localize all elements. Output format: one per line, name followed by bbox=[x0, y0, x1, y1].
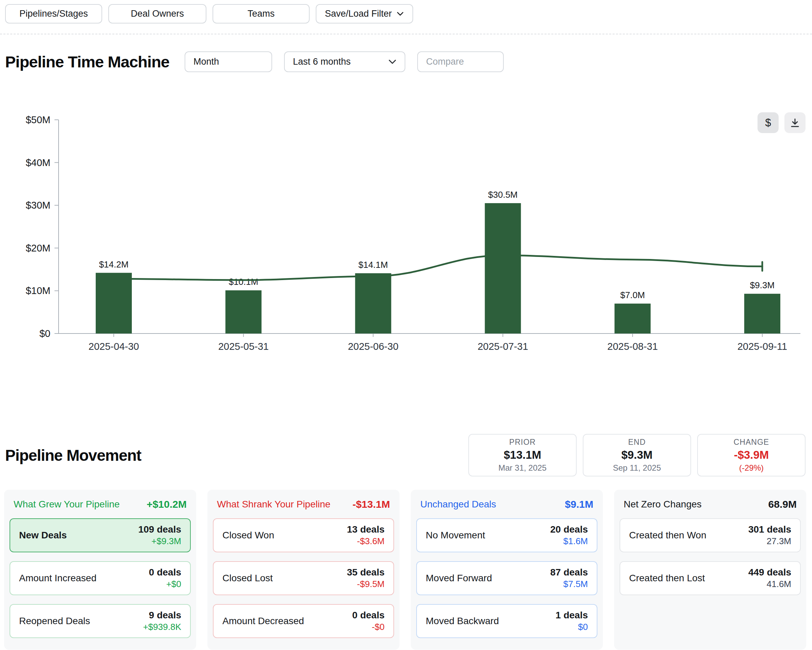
card-amount: +$9.3M bbox=[151, 536, 181, 546]
deal-owners-button[interactable]: Deal Owners bbox=[108, 4, 206, 23]
bar-2025-04-30[interactable] bbox=[96, 273, 132, 333]
summary-subtext: (-29%) bbox=[739, 463, 764, 473]
column-total: 68.9M bbox=[768, 499, 797, 510]
y-axis-label: $30M bbox=[26, 200, 50, 211]
card-label: Amount Increased bbox=[19, 573, 96, 584]
download-icon bbox=[790, 118, 800, 128]
summary-card-end: END $9.3M Sep 11, 2025 bbox=[583, 434, 691, 476]
x-axis-label: 2025-07-31 bbox=[478, 341, 528, 352]
x-axis-label: 2025-06-30 bbox=[348, 341, 398, 352]
y-axis-label: $0 bbox=[40, 328, 50, 339]
card-deal-count: 1 deals bbox=[556, 610, 588, 621]
summary-cards: PRIOR $13.1M Mar 31, 2025 END $9.3M Sep … bbox=[468, 434, 806, 476]
bar-2025-07-31[interactable] bbox=[485, 203, 521, 333]
y-axis-label: $10M bbox=[26, 285, 50, 296]
card-values: 301 deals27.3M bbox=[748, 524, 791, 546]
dashed-divider bbox=[0, 34, 812, 34]
card-label: No Movement bbox=[426, 530, 485, 541]
card-label: Reopened Deals bbox=[19, 616, 90, 627]
y-axis-label: $40M bbox=[26, 157, 50, 168]
card-label: Closed Won bbox=[223, 530, 274, 541]
bar-2025-05-31[interactable] bbox=[226, 290, 262, 333]
column-header: What Grew Your Pipeline+$10.2M bbox=[9, 496, 191, 518]
movement-card-no-movement[interactable]: No Movement20 deals$1.6M bbox=[416, 518, 597, 552]
summary-label: CHANGE bbox=[734, 438, 769, 447]
card-amount: -$0 bbox=[372, 622, 385, 632]
card-label: Moved Backward bbox=[426, 616, 499, 627]
bar-value-label: $30.5M bbox=[488, 190, 518, 200]
card-amount: $0 bbox=[578, 622, 588, 632]
movement-card-reopened-deals[interactable]: Reopened Deals9 deals+$939.8K bbox=[9, 604, 191, 638]
movement-column-neutral: Net Zero Changes68.9MCreated then Won301… bbox=[614, 490, 806, 650]
movement-column-green: What Grew Your Pipeline+$10.2MNew Deals1… bbox=[4, 490, 196, 650]
card-amount: -$9.5M bbox=[357, 579, 385, 589]
movement-card-moved-backward[interactable]: Moved Backward1 deals$0 bbox=[416, 604, 597, 638]
chevron-down-icon bbox=[397, 12, 404, 16]
y-axis-label: $20M bbox=[26, 243, 50, 254]
movement-card-closed-won[interactable]: Closed Won13 deals-$3.6M bbox=[213, 518, 394, 552]
teams-button[interactable]: Teams bbox=[212, 4, 310, 23]
card-label: New Deals bbox=[19, 530, 67, 541]
card-deal-count: 109 deals bbox=[138, 524, 181, 535]
card-amount: +$939.8K bbox=[143, 622, 181, 632]
card-deal-count: 35 deals bbox=[347, 567, 385, 578]
summary-subtext: Mar 31, 2025 bbox=[498, 463, 546, 473]
card-label: Amount Decreased bbox=[223, 616, 304, 627]
card-values: 13 deals-$3.6M bbox=[347, 524, 385, 546]
card-deal-count: 0 deals bbox=[149, 567, 181, 578]
card-values: 0 deals-$0 bbox=[352, 610, 385, 632]
summary-value: -$3.9M bbox=[734, 449, 769, 461]
card-deal-count: 13 deals bbox=[347, 524, 385, 535]
movement-card-moved-forward[interactable]: Moved Forward87 deals$7.5M bbox=[416, 561, 597, 595]
movement-column-blue: Unchanged Deals$9.1MNo Movement20 deals$… bbox=[411, 490, 603, 650]
card-values: 109 deals+$9.3M bbox=[138, 524, 181, 546]
chevron-down-icon bbox=[388, 59, 397, 65]
bar-value-label: $14.2M bbox=[99, 259, 129, 269]
bar-value-label: $7.0M bbox=[620, 290, 645, 300]
movement-card-amount-increased[interactable]: Amount Increased0 deals+$0 bbox=[9, 561, 191, 595]
card-values: 1 deals$0 bbox=[556, 610, 588, 632]
movement-columns: What Grew Your Pipeline+$10.2MNew Deals1… bbox=[4, 490, 806, 650]
date-range-select[interactable]: Last 6 months bbox=[284, 52, 405, 72]
summary-value: $13.1M bbox=[504, 449, 541, 461]
currency-toggle-button[interactable]: $ bbox=[757, 112, 778, 133]
download-button[interactable] bbox=[785, 112, 806, 133]
card-values: 449 deals41.6M bbox=[748, 567, 791, 589]
save-load-filter-button[interactable]: Save/Load Filter bbox=[316, 4, 413, 23]
page-title: Pipeline Time Machine bbox=[5, 52, 173, 71]
card-deal-count: 449 deals bbox=[748, 567, 791, 578]
granularity-input[interactable] bbox=[185, 52, 272, 72]
card-values: 9 deals+$939.8K bbox=[143, 610, 181, 632]
compare-input[interactable] bbox=[417, 52, 504, 72]
column-total: -$13.1M bbox=[353, 499, 390, 510]
bar-2025-08-31[interactable] bbox=[614, 304, 650, 333]
movement-card-closed-lost[interactable]: Closed Lost35 deals-$9.5M bbox=[213, 561, 394, 595]
column-total: +$10.2M bbox=[147, 499, 187, 510]
movement-card-created-then-won[interactable]: Created then Won301 deals27.3M bbox=[620, 518, 801, 552]
column-header: Unchanged Deals$9.1M bbox=[416, 496, 597, 518]
card-deal-count: 301 deals bbox=[748, 524, 791, 535]
movement-card-new-deals[interactable]: New Deals109 deals+$9.3M bbox=[9, 518, 191, 552]
pipeline-chart: $0$10M$20M$30M$40M$50M$14.2M2025-04-30$1… bbox=[0, 99, 812, 368]
bar-2025-09-11[interactable] bbox=[744, 294, 780, 333]
column-title: Net Zero Changes bbox=[624, 499, 702, 510]
summary-label: PRIOR bbox=[509, 438, 536, 447]
card-amount: -$3.6M bbox=[357, 536, 385, 546]
column-total: $9.1M bbox=[565, 499, 593, 510]
card-amount: $7.5M bbox=[563, 579, 588, 589]
pipeline-movement-header: Pipeline Movement PRIOR $13.1M Mar 31, 2… bbox=[5, 434, 812, 476]
card-values: 0 deals+$0 bbox=[149, 567, 181, 589]
card-label: Moved Forward bbox=[426, 573, 492, 584]
pipelines-stages-button[interactable]: Pipelines/Stages bbox=[5, 4, 102, 23]
bar-2025-06-30[interactable] bbox=[355, 273, 391, 333]
movement-card-amount-decreased[interactable]: Amount Decreased0 deals-$0 bbox=[213, 604, 394, 638]
column-header: Net Zero Changes68.9M bbox=[620, 496, 801, 518]
card-deal-count: 20 deals bbox=[550, 524, 588, 535]
summary-subtext: Sep 11, 2025 bbox=[613, 463, 661, 473]
x-axis-label: 2025-04-30 bbox=[89, 341, 139, 352]
column-title: What Shrank Your Pipeline bbox=[217, 499, 330, 510]
movement-card-created-then-lost[interactable]: Created then Lost449 deals41.6M bbox=[620, 561, 801, 595]
card-amount: 41.6M bbox=[767, 579, 791, 589]
y-axis-label: $50M bbox=[26, 114, 50, 125]
page-header: Pipeline Time Machine Last 6 months bbox=[5, 52, 812, 72]
